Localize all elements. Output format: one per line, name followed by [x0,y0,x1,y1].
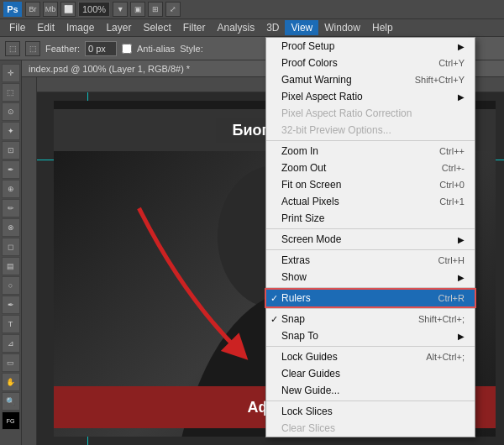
menu-item-snap-to[interactable]: Snap To▶ [266,327,475,344]
menu-item-lock-slices[interactable]: Lock Slices [266,403,475,420]
menu-item-extras[interactable]: ExtrasCtrl+H [266,252,475,269]
menu-item-pixel-aspect-ratio[interactable]: Pixel Aspect Ratio▶ [266,88,475,105]
gradient-tool[interactable]: ▤ [2,257,20,275]
menu-item-gamut-warning[interactable]: Gamut WarningShift+Ctrl+Y [266,71,475,88]
menu-filter[interactable]: Filter [177,20,212,35]
hand-tool[interactable]: ✋ [2,373,20,391]
menu-analysis[interactable]: Analysis [211,20,260,35]
menu-view[interactable]: View [285,20,318,35]
menu-item-label: Actual Pixels [281,196,339,207]
submenu-arrow-icon: ▶ [458,235,465,244]
screen-icon[interactable]: ⬜ [60,2,76,17]
type-tool[interactable]: T [2,315,20,333]
wand-tool[interactable]: ✦ [2,122,20,140]
menu-item-screen-mode[interactable]: Screen Mode▶ [266,231,475,248]
shape-tool[interactable]: ▭ [2,353,20,372]
menu-item-shortcut: Shift+Ctrl+Y [415,75,465,85]
submenu-arrow-icon: ▶ [458,92,465,102]
menu-item-shortcut: Ctrl+1 [439,196,465,207]
zoom-dropdown-icon[interactable]: ▼ [113,2,128,17]
menu-item-actual-pixels[interactable]: Actual PixelsCtrl+1 [266,193,475,210]
menu-item-zoom-in[interactable]: Zoom InCtrl++ [266,143,475,160]
zoom-tool[interactable]: 🔍 [2,392,20,411]
menu-item-fit-on-screen[interactable]: Fit on ScreenCtrl+0 [266,176,475,193]
ruler-vertical [22,77,37,445]
menu-item-shortcut: Ctrl+R [438,293,465,303]
menu-help[interactable]: Help [366,20,399,35]
antialias-label: Anti-alias [137,44,175,54]
menu-item-shortcut: Ctrl+Y [438,58,465,68]
menu-select[interactable]: Select [137,20,176,35]
menu-layer[interactable]: Layer [100,20,137,35]
heal-tool[interactable]: ⊕ [2,180,20,198]
menu-divider [266,228,475,229]
menu-item-label: Show [281,271,307,283]
menu-3d[interactable]: 3D [260,20,285,35]
menu-item-proof-colors[interactable]: Proof ColorsCtrl+Y [266,55,475,71]
menu-item-label: Proof Setup [281,40,334,52]
menu-window[interactable]: Window [318,20,366,35]
menu-divider [266,400,475,401]
menu-item-lock-guides[interactable]: Lock GuidesAlt+Ctrl+; [266,348,475,365]
canvas-tab-label: index.psd @ 100% (Layer 1, RGB/8#) * [29,64,190,74]
feather-input[interactable] [85,41,117,56]
path-tool[interactable]: ⊿ [2,334,20,353]
menu-item-label: Pixel Aspect Ratio Correction [281,107,412,119]
menu-divider [266,308,475,309]
menu-divider [266,346,475,347]
menu-image[interactable]: Image [60,20,100,35]
menu-item-rulers[interactable]: ✓RulersCtrl+R [266,290,475,306]
clone-tool[interactable]: ⊗ [2,218,20,237]
menu-bar: File Edit Image Layer Select Filter Anal… [0,18,504,37]
menu-item-label: Snap To [281,330,318,342]
menu-item-32bit-preview: 32-bit Preview Options... [266,122,475,139]
lasso-tool[interactable]: ⊙ [2,102,20,121]
eraser-tool[interactable]: ◻ [2,238,20,256]
menu-item-shortcut: Ctrl+0 [439,180,465,190]
top-bar: Ps Br Mb ⬜ 100% ▼ ▣ ⊞ ⤢ [0,0,504,18]
menu-item-proof-setup[interactable]: Proof Setup▶ [266,38,475,55]
menu-item-new-guide[interactable]: New Guide... [266,382,475,399]
top-icons: Br Mb ⬜ 100% ▼ ▣ ⊞ ⤢ [25,2,181,17]
menu-divider [266,140,475,141]
menu-item-label: Screen Mode [281,233,341,245]
submenu-arrow-icon: ▶ [458,42,465,51]
menu-item-print-size[interactable]: Print Size [266,210,475,227]
menu-item-pixel-aspect-correction: Pixel Aspect Ratio Correction [266,105,475,122]
zoom-display: 100% [78,2,110,17]
submenu-arrow-icon: ▶ [458,332,465,341]
menu-edit[interactable]: Edit [31,20,60,35]
select-tool-icon[interactable]: ⬚ [5,41,20,56]
ps-logo: Ps [3,2,22,17]
menu-item-shortcut: Shift+Ctrl+; [418,314,465,324]
style-label: Style: [180,44,203,54]
antialias-checkbox[interactable] [122,44,132,54]
eyedropper-tool[interactable]: ✒ [2,160,20,179]
menu-item-snap[interactable]: ✓SnapShift+Ctrl+; [266,311,475,327]
menu-item-label: Zoom Out [281,162,326,174]
fg-bg-colors[interactable]: FG [2,411,20,430]
menu-item-clear-guides[interactable]: Clear Guides [266,365,475,382]
submenu-arrow-icon: ▶ [458,273,465,282]
menu-file[interactable]: File [3,20,31,35]
arrange-icon[interactable]: ⊞ [148,2,163,17]
brush-tool[interactable]: ✏ [2,199,20,217]
menu-item-label: Gamut Warning [281,74,352,86]
menu-item-shortcut: Alt+Ctrl+; [426,352,465,362]
mini-icon[interactable]: Mb [43,2,58,17]
view-icon[interactable]: ▣ [130,2,145,17]
menu-item-show[interactable]: Show▶ [266,269,475,285]
marquee-tool[interactable]: ⬚ [2,83,20,102]
pen-tool[interactable]: ✒ [2,296,20,314]
bridge-icon[interactable]: Br [25,2,40,17]
feather-label: Feather: [45,44,80,54]
window-icon[interactable]: ⤢ [165,2,181,17]
crop-tool[interactable]: ⊡ [2,141,20,160]
menu-item-shortcut: Ctrl++ [439,146,465,156]
menu-item-zoom-out[interactable]: Zoom OutCtrl+- [266,160,475,176]
menu-item-label: New Guide... [281,385,339,396]
move-tool[interactable]: ✛ [2,64,20,82]
select-mode-icon[interactable]: ⬚ [25,41,40,56]
dodge-tool[interactable]: ○ [2,276,20,295]
menu-item-label: Lock Guides [281,351,338,363]
